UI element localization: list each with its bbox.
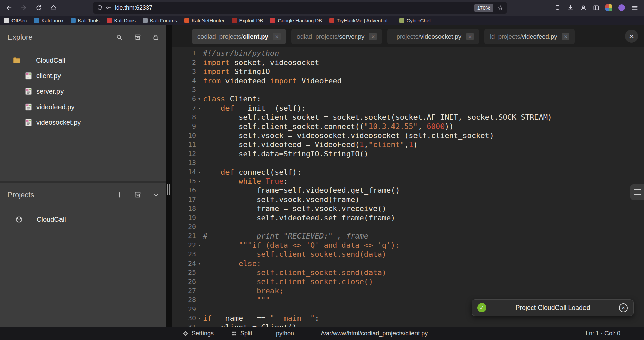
chevron-down-icon[interactable] — [152, 191, 160, 199]
save-page-button[interactable] — [551, 2, 564, 14]
code-text[interactable]: self.vsock.vsend(frame) — [203, 195, 360, 204]
editor-tab[interactable]: codiad_projects/client.py× — [192, 29, 286, 44]
fold-gutter — [196, 204, 203, 213]
code-text[interactable]: client = Client() — [203, 323, 297, 327]
code-text[interactable]: break; — [203, 286, 283, 295]
code-line: 19 self.videofeed.set_frame(frame) — [172, 213, 644, 222]
fold-gutter — [196, 323, 203, 327]
code-text[interactable]: def connect(self): — [203, 167, 301, 177]
file-tree-item[interactable]: videosocket.py — [0, 115, 166, 130]
fold-arrow-icon[interactable]: ▾ — [196, 104, 203, 113]
home-button[interactable] — [47, 2, 59, 14]
back-button[interactable] — [3, 2, 15, 14]
tab-close-icon[interactable]: × — [562, 33, 569, 40]
menu-button[interactable] — [628, 2, 641, 14]
editor-tab[interactable]: id_projects/videofeed.py× — [484, 29, 575, 44]
code-text[interactable]: def __init__(self): — [203, 104, 306, 113]
project-item[interactable]: CloudCall — [0, 211, 166, 227]
tab-close-icon[interactable]: × — [466, 33, 474, 40]
file-tree-item[interactable]: client.py — [0, 68, 166, 84]
code-text[interactable]: from videofeed import VideoFeed — [203, 76, 342, 85]
bookmark-item[interactable]: CyberChef — [399, 18, 431, 23]
code-text[interactable]: self.videofeed = VideoFeed(1,"client",1) — [203, 140, 418, 149]
code-text[interactable]: self.client_socket.close() — [203, 277, 373, 286]
lock-icon[interactable] — [152, 33, 160, 41]
bookmark-item[interactable]: Kali Forums — [143, 18, 177, 23]
code-text[interactable]: self.videofeed.set_frame(frame) — [203, 213, 396, 222]
settings-button[interactable]: Settings — [183, 330, 214, 337]
forward-button[interactable] — [18, 2, 30, 14]
bookmark-item[interactable]: Kali NetHunter — [184, 18, 225, 23]
code-text[interactable]: if __name__ == "__main__": — [203, 314, 319, 323]
file-name: videosocket.py — [36, 119, 81, 127]
fold-arrow-icon[interactable]: ▾ — [196, 241, 203, 250]
downloads-button[interactable] — [564, 2, 576, 14]
code-text[interactable]: self.client_socket = socket.socket(socke… — [203, 113, 552, 122]
code-line: 17 self.vsock.vsend(frame) — [172, 195, 644, 204]
split-button[interactable]: Split — [231, 330, 252, 337]
account-button[interactable] — [577, 2, 589, 14]
file-tree-item[interactable]: server.py — [0, 84, 166, 99]
code-text[interactable]: self.client_socket.send(data) — [203, 268, 386, 277]
reload-button[interactable] — [32, 2, 45, 14]
bookmark-item[interactable]: Kali Tools — [71, 18, 100, 23]
archive-box-icon[interactable] — [134, 33, 141, 41]
code-text[interactable]: frame=self.videofeed.get_frame() — [203, 186, 400, 195]
fold-arrow-icon[interactable]: ▾ — [196, 177, 203, 186]
line-number: 29 — [172, 304, 196, 314]
bookmark-item[interactable]: TryHackMe | Advent of... — [329, 18, 392, 23]
code-text[interactable]: self.client_socket.connect(("10.3.42.55"… — [203, 122, 454, 131]
code-text[interactable]: # print "RECIEVED:" , frame — [203, 231, 368, 241]
code-text[interactable]: """if (data <> 'Q' and data <> 'q'): — [203, 241, 400, 250]
close-all-tabs-button[interactable]: × — [625, 30, 638, 43]
code-area[interactable]: 1#!/usr/bin/python2import socket, videos… — [172, 47, 644, 327]
zoom-indicator[interactable]: 170% — [474, 4, 493, 12]
code-text[interactable]: frame = self.vsock.vreceive() — [203, 204, 386, 213]
tab-close-icon[interactable]: × — [273, 33, 281, 40]
code-text[interactable]: while True: — [203, 177, 288, 186]
bookmark-item[interactable]: Kali Linux — [34, 18, 64, 23]
bookmark-star-icon[interactable] — [497, 5, 503, 11]
editor-tab[interactable]: _projects/videosocket.py× — [387, 29, 479, 44]
fold-arrow-icon[interactable]: ▾ — [196, 167, 203, 177]
bookmark-item[interactable]: Exploit-DB — [232, 18, 263, 23]
code-text[interactable]: #!/usr/bin/python — [203, 49, 279, 58]
code-text[interactable]: else: — [203, 259, 261, 268]
splitter-drag-handle[interactable] — [167, 184, 170, 195]
file-tree-folder[interactable]: CloudCall — [0, 52, 166, 68]
extension-colored-button[interactable] — [603, 2, 615, 14]
code-text[interactable]: """ — [203, 295, 270, 304]
code-text[interactable]: import StringIO — [203, 67, 270, 76]
archive-box-icon[interactable] — [134, 191, 141, 199]
fold-arrow-icon[interactable]: ▾ — [196, 259, 203, 268]
code-text[interactable]: self.vsock = videosocket.videosocket (se… — [203, 131, 494, 140]
shield-icon[interactable] — [97, 5, 103, 11]
line-number: 31 — [172, 323, 196, 327]
editor-tab[interactable]: odiad_projects/server.py× — [291, 29, 382, 44]
toast-close-icon[interactable]: × — [619, 303, 628, 312]
tab-close-icon[interactable]: × — [369, 33, 377, 40]
toolbar-right-icons — [551, 2, 644, 14]
sidebar-toggle-button[interactable] — [590, 2, 602, 14]
search-icon[interactable] — [116, 33, 123, 41]
line-number: 10 — [172, 131, 196, 140]
fold-arrow-icon[interactable]: ▾ — [196, 94, 203, 104]
right-panel-handle[interactable] — [630, 184, 644, 200]
file-tree-item[interactable]: videofeed.py — [0, 99, 166, 115]
code-text[interactable]: import socket, videosocket — [203, 58, 319, 67]
bookmark-item[interactable]: OffSec — [4, 18, 27, 23]
code-text[interactable]: self.client_socket.send(data) — [203, 250, 386, 259]
add-project-icon[interactable] — [116, 191, 123, 199]
line-number: 11 — [172, 140, 196, 149]
syntax-mode-selector[interactable]: python — [276, 330, 294, 337]
url-bar[interactable]: ide.thm:62337 170% — [93, 2, 507, 14]
fold-arrow-icon[interactable]: ▾ — [196, 314, 203, 323]
code-text[interactable]: self.data=StringIO.StringIO() — [203, 149, 368, 158]
code-text[interactable]: class Client: — [203, 94, 261, 104]
bookmark-item[interactable]: Kali Docs — [107, 18, 136, 23]
bookmark-item[interactable]: Google Hacking DB — [270, 18, 322, 23]
permissions-key-icon[interactable] — [105, 5, 112, 11]
settings-label: Settings — [192, 330, 214, 337]
extension-purple-button[interactable] — [616, 2, 628, 14]
url-text[interactable]: ide.thm:62337 — [115, 4, 152, 12]
